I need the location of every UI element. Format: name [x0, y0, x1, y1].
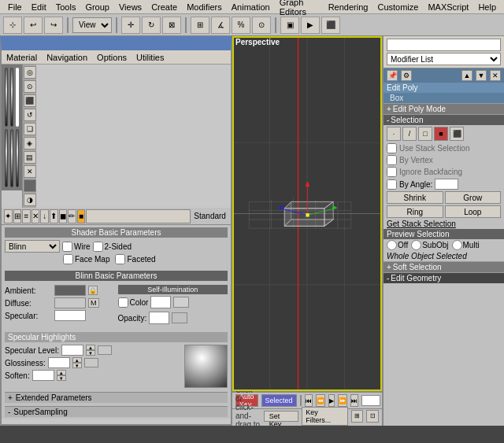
grow-btn[interactable]: Grow [445, 191, 502, 204]
menu-views[interactable]: Views [114, 0, 146, 13]
menu-rendering[interactable]: Rendering [324, 0, 373, 13]
frame-input[interactable]: 0 [361, 395, 380, 406]
spec-level-input[interactable]: 0 [61, 345, 83, 356]
selected-btn[interactable]: Selected [261, 394, 297, 407]
menu-help[interactable]: Help [473, 0, 501, 13]
prev-key-btn[interactable]: ⏪ [316, 394, 325, 407]
scale-btn[interactable]: ⊠ [162, 17, 181, 34]
shrink-btn[interactable]: Shrink [387, 191, 443, 204]
mat-put-to-scene[interactable]: ⊙ [24, 80, 36, 93]
spec-level-down[interactable]: ▼ [86, 350, 95, 356]
menu-modifiers[interactable]: Modifiers [182, 0, 227, 13]
mat-sphere-1[interactable] [5, 68, 8, 127]
mat-backlight[interactable]: ◑ [24, 194, 36, 206]
mat-editor-close[interactable]: ✕ [218, 39, 228, 49]
modifier-list-dropdown[interactable]: Modifier List [387, 53, 501, 65]
perspective-viewport[interactable]: Perspective [232, 36, 382, 391]
glossiness-up[interactable]: ▲ [72, 357, 82, 363]
mat-reset[interactable]: ↺ [24, 109, 36, 121]
sel-polygon-btn[interactable]: ■ [434, 127, 448, 141]
redo-btn[interactable]: ↪ [44, 17, 63, 34]
ambient-lock[interactable]: 🔒 [88, 286, 98, 295]
modifier-move-down-btn[interactable]: ▼ [476, 70, 487, 81]
mat-sphere-6[interactable] [16, 129, 19, 188]
shader-type-select[interactable]: Blinn [5, 240, 60, 253]
mat-select-by[interactable]: ⊞ [13, 209, 22, 223]
material-name-input[interactable]: 04 - Default [86, 209, 191, 223]
glossiness-swatch[interactable] [84, 358, 98, 367]
set-key-btn[interactable]: Set Key [264, 411, 299, 422]
menu-maxscript[interactable]: MAXScript [423, 0, 473, 13]
mat-list-view[interactable]: ≡ [22, 209, 31, 223]
diffuse-swatch[interactable] [54, 297, 86, 308]
facemap-checkbox[interactable] [63, 254, 73, 264]
multi-radio[interactable] [452, 240, 462, 250]
sel-edge-btn[interactable]: / [402, 127, 417, 141]
modifier-move-up-btn[interactable]: ▲ [461, 70, 472, 81]
render-type-btn[interactable]: ⬛ [321, 17, 340, 34]
key-filters-btn[interactable]: Key Filters... [302, 407, 348, 426]
menu-graph-editors[interactable]: Graph Editors [275, 0, 324, 13]
mat-put-library2[interactable]: ⬆ [50, 209, 58, 223]
subobj-radio[interactable] [411, 240, 421, 250]
box-item[interactable]: Box [384, 93, 504, 103]
rotate-btn[interactable]: ↻ [142, 17, 161, 34]
by-angle-checkbox[interactable] [387, 179, 397, 190]
next-frame-btn[interactable]: ⏭ [350, 394, 358, 407]
modifier-pin-btn[interactable]: 📌 [387, 70, 398, 81]
mat-delete[interactable]: ✕ [24, 165, 36, 178]
glossiness-input[interactable]: 10 [48, 357, 70, 368]
sel-vertex-btn[interactable]: · [387, 127, 401, 141]
modifier-cfg-btn[interactable]: ⚙ [401, 70, 412, 81]
get-stack-selection-btn[interactable]: Get Stack Selection [384, 219, 504, 229]
mat-open-browser[interactable]: ◼ [59, 209, 68, 223]
wire-checkbox[interactable] [62, 242, 72, 252]
color-swatch2[interactable] [173, 297, 189, 308]
timeline-track[interactable]: 70 80 90 100 [300, 395, 302, 406]
mat-menu-utilities[interactable]: Utilities [132, 50, 169, 64]
spec-level-swatch[interactable] [98, 345, 112, 355]
ring-btn[interactable]: Ring [387, 205, 443, 218]
mat-copy[interactable]: ❏ [24, 123, 36, 135]
move-btn[interactable]: ✛ [121, 17, 140, 34]
diffuse-m-btn[interactable]: M [88, 298, 99, 308]
mat-editor-minimize[interactable]: _ [146, 39, 155, 49]
mat-sphere-3[interactable] [16, 68, 19, 127]
color-checkbox[interactable] [118, 297, 128, 308]
mat-background[interactable] [24, 179, 36, 192]
color-value-input[interactable]: 0 [150, 296, 171, 308]
use-stack-checkbox[interactable] [387, 143, 397, 153]
two-sided-checkbox[interactable] [93, 242, 103, 252]
menu-create[interactable]: Create [146, 0, 182, 13]
mat-eyedropper[interactable]: ✏ [68, 209, 76, 223]
shader-section-header[interactable]: Shader Basic Parameters [5, 227, 228, 238]
loop-btn[interactable]: Loop [445, 205, 502, 218]
soften-up[interactable]: ▲ [57, 370, 66, 375]
snaps-btn[interactable]: ⊞ [191, 17, 209, 34]
glossiness-down[interactable]: ▼ [72, 363, 82, 368]
mat-delete-material[interactable]: ✕ [32, 209, 40, 223]
render-scene-btn[interactable]: ▣ [280, 17, 299, 34]
mat-menu-material[interactable]: Material [2, 50, 42, 64]
mat-pick[interactable]: ✦ [4, 209, 13, 223]
edit-geometry-header[interactable]: - Edit Geometry [384, 272, 504, 283]
specular-swatch[interactable] [54, 310, 86, 321]
mat-get-material[interactable]: ◎ [24, 66, 36, 79]
supersampling-header[interactable]: - SuperSampling [5, 406, 228, 417]
select-btn[interactable]: ⊹ [3, 17, 22, 34]
mat-put-to-library[interactable]: ▤ [24, 151, 36, 164]
mat-sphere-2[interactable] [10, 68, 13, 127]
menu-group[interactable]: Group [80, 0, 114, 13]
ignore-backfacing-checkbox[interactable] [387, 167, 397, 177]
opacity-input[interactable]: 100 [149, 312, 169, 324]
spec-level-up[interactable]: ▲ [86, 345, 95, 350]
by-vertex-checkbox[interactable] [387, 155, 397, 165]
off-radio[interactable] [387, 240, 397, 250]
mat-type-btn[interactable]: ■ [77, 209, 86, 223]
mat-editor-maximize[interactable]: □ [182, 39, 191, 49]
extended-params-header[interactable]: + Extended Parameters [5, 392, 228, 403]
next-key-btn[interactable]: ⏩ [338, 394, 347, 407]
soften-down[interactable]: ▼ [57, 375, 66, 381]
status-nav-1[interactable]: ⊞ [351, 410, 364, 423]
menu-customize[interactable]: Customize [372, 0, 423, 13]
